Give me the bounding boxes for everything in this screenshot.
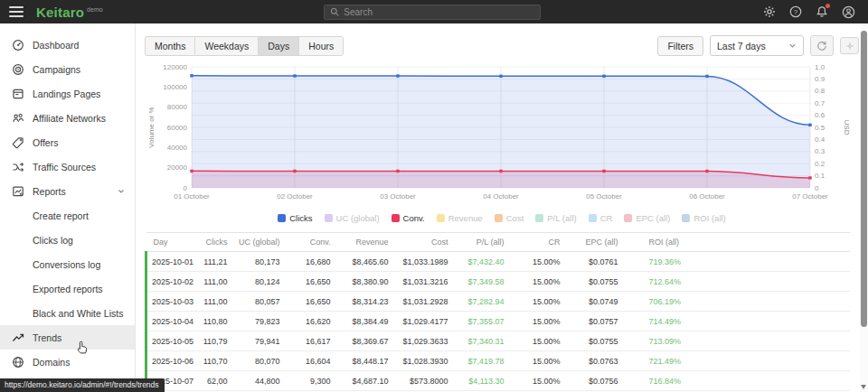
tab-weekdays[interactable]: Weekdays [195,37,259,55]
cell-epc-all: $0.0763 [564,351,622,371]
cell-day: 2025-10-02 [146,272,197,292]
cell-roi-all: 721.49% [622,351,707,371]
chart-settings-button[interactable] [840,37,859,54]
sidebar-item-label: Landings Pages [33,89,100,99]
sidebar-item-affiliate-networks[interactable]: Affiliate Networks [0,106,135,130]
legend-item-cr[interactable]: CR [589,213,613,223]
svg-text:0: 0 [815,184,819,192]
scrollbar-down-arrow[interactable] [861,385,866,389]
legend-item-uc-global[interactable]: UC (global) [325,213,380,223]
search-input[interactable] [344,7,534,17]
legend-item-conv[interactable]: Conv. [392,213,425,223]
cell-uc-global: 80,173 [231,252,284,272]
profile-icon[interactable] [841,5,855,19]
svg-text:0.1: 0.1 [815,172,826,180]
sidebar-item-landings-pages[interactable]: Landings Pages [0,81,135,106]
refresh-button[interactable] [810,35,834,56]
cell-conv: 16,620 [284,312,335,331]
cell-epc-all: $0.0755 [564,272,622,292]
sidebar-item-domains[interactable]: Domains [0,350,135,374]
menu-icon[interactable] [0,0,34,23]
legend-label: UC (global) [336,213,380,223]
sidebar-item-offers[interactable]: Offers [0,130,135,154]
cell-conv: 16,680 [284,252,335,272]
legend-item-revenue[interactable]: Revenue [437,213,483,223]
svg-text:0.9: 0.9 [815,75,826,83]
svg-text:40000: 40000 [167,144,188,152]
legend-item-cost[interactable]: Cost [495,213,524,223]
column-header-day[interactable]: Day [146,233,197,252]
sidebar-subitem-label: Exported reports [33,284,103,294]
cell-p-l-all: $7,432.40 [452,252,508,272]
cell-roi-all: 716.84% [622,371,707,391]
tab-days[interactable]: Days [259,37,299,55]
column-header-p-l-all[interactable]: P/L (all) [452,233,508,252]
cell-revenue: $8,448.17 [335,351,392,371]
campaigns-icon [11,62,24,76]
sidebar-subitem-label: Clicks log [33,235,73,246]
column-header-epc-all[interactable]: EPC (all) [564,233,622,252]
sidebar-item-reports[interactable]: Reports [0,179,135,203]
sidebar-subitem-create-report[interactable]: Create report [0,203,135,228]
scrollbar-thumb[interactable] [861,31,867,327]
legend-item-clicks[interactable]: Clicks [278,213,312,223]
column-header-roi-all[interactable]: ROI (all) [622,233,707,252]
cell-day: 2025-10-06 [146,351,197,371]
sidebar-item-trends[interactable]: Trends [0,325,135,350]
sidebar-subitem-clicks-log[interactable]: Clicks log [0,228,135,252]
column-header-cost[interactable]: Cost [392,233,452,252]
table-row: 2025-10-0762,0044,8009,300$4,687.10$573.… [146,371,851,391]
cell-revenue: $8,314.23 [335,292,392,312]
dashboard-icon [11,38,24,51]
cell-clicks: 62,00 [197,371,231,391]
filters-button[interactable]: Filters [657,36,703,56]
legend-swatch [682,214,690,222]
search-box[interactable] [324,5,541,20]
sidebar-subitem-exported-reports[interactable]: Exported reports [0,276,135,301]
notifications-bell-icon[interactable] [815,5,829,19]
cell-clicks: 111,00 [197,292,231,312]
column-header-cr[interactable]: CR [508,233,564,252]
cell-p-l-all: $7,340.31 [452,331,508,351]
sidebar-item-label: Domains [33,357,70,368]
svg-text:100000: 100000 [163,83,187,91]
svg-text:0.7: 0.7 [815,99,826,107]
svg-text:USD: USD [843,120,850,135]
legend-swatch [535,214,543,222]
column-header-uc-global[interactable]: UC (global) [231,233,284,252]
legend-item-p-l-all[interactable]: P/L (all) [535,213,576,223]
cell-roi-all: 714.49% [622,312,707,331]
svg-text:120000: 120000 [163,63,187,71]
cell-revenue: $8,369.67 [335,331,392,351]
column-header-revenue[interactable]: Revenue [335,233,392,252]
help-icon[interactable]: ? [788,5,803,19]
legend-label: Conv. [403,213,425,223]
column-header-conv[interactable]: Conv. [284,233,335,252]
cell-p-l-all: $7,349.58 [452,272,508,292]
table-row: 2025-10-06110,7080,07016,604$8,448.17$1,… [146,351,851,371]
brand-demo-label: demo [87,6,103,13]
sidebar-item-traffic-sources[interactable]: Traffic Sources [0,154,135,179]
sidebar-item-campaigns[interactable]: Campaigns [0,57,135,81]
date-range-select[interactable]: Last 7 days [710,35,804,56]
cell-p-l-all: $7,419.78 [452,351,508,371]
sidebar-item-label: Trends [33,332,61,343]
domains-icon [11,355,24,369]
sidebar-subitem-black-and-white-lists[interactable]: Black and White Lists [0,301,135,325]
column-header-clicks[interactable]: Clicks [197,233,231,252]
settings-icon[interactable] [762,5,777,19]
legend-label: EPC (all) [636,213,670,223]
search-icon [330,7,339,16]
cell-day: 2025-10-03 [146,292,197,312]
legend-item-roi-all[interactable]: ROI (all) [682,213,725,223]
legend-item-epc-all[interactable]: EPC (all) [624,213,670,223]
sidebar-item-dashboard[interactable]: Dashboard [0,33,135,57]
sidebar-subitem-conversions-log[interactable]: Conversions log [0,252,135,276]
trends-table-wrap: DayClicksUC (global)Conv.RevenueCostP/L … [145,232,859,391]
svg-text:?: ? [794,8,798,16]
trends-icon [11,331,24,344]
tab-hours[interactable]: Hours [299,37,343,55]
sidebar-subitem-label: Create report [33,210,89,221]
tab-months[interactable]: Months [146,37,195,55]
reports-icon [11,184,24,198]
